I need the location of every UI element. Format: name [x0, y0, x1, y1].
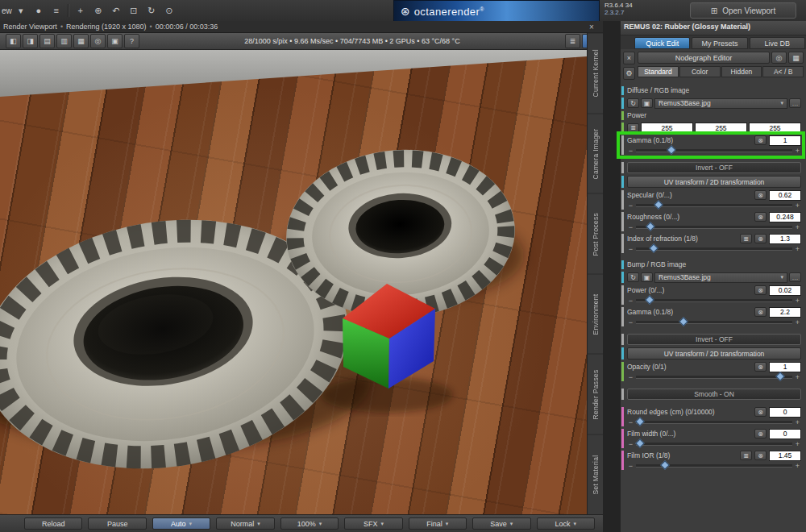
- list-icon[interactable]: ≣: [627, 123, 639, 133]
- tab-set-material[interactable]: Set Material: [588, 434, 603, 515]
- menu-icon[interactable]: ≡: [48, 3, 64, 18]
- increment-button[interactable]: +: [794, 245, 801, 253]
- chevron-down-icon[interactable]: ▾: [13, 3, 29, 18]
- record-icon[interactable]: ●: [31, 3, 47, 18]
- slider-track[interactable]: [636, 376, 792, 379]
- slider-track[interactable]: [636, 464, 792, 468]
- pan-tool-icon[interactable]: ⊕: [90, 3, 106, 18]
- tab-current-kernel[interactable]: Current Kernel: [588, 33, 603, 114]
- red-value-field[interactable]: 255: [641, 123, 693, 134]
- open-viewport-button[interactable]: ⊞ Open Viewport: [690, 2, 796, 19]
- uv-transform-header[interactable]: UV transform / 2D transformation: [627, 347, 801, 360]
- decrement-button[interactable]: −: [627, 418, 634, 426]
- node-connector-icon[interactable]: ⊗: [754, 307, 767, 317]
- slider-handle[interactable]: [645, 295, 654, 304]
- copy-render-icon[interactable]: ◨: [23, 34, 38, 48]
- grid-view-icon[interactable]: ▦: [73, 34, 89, 48]
- more-options-button[interactable]: …: [789, 272, 801, 282]
- blue-value-field[interactable]: 255: [749, 123, 801, 134]
- texture-file-dropdown[interactable]: Remus3Base.jpg ▾: [654, 272, 787, 283]
- increment-button[interactable]: +: [794, 373, 801, 381]
- invert-toggle-button[interactable]: Invert - OFF: [627, 334, 801, 345]
- gamma-value-field[interactable]: 1: [769, 135, 801, 146]
- slider-handle[interactable]: [650, 243, 659, 252]
- bump-power-value-field[interactable]: 0.02: [769, 285, 801, 296]
- decrement-button[interactable]: −: [627, 297, 634, 305]
- reload-texture-button[interactable]: ↻: [627, 98, 639, 108]
- list-icon[interactable]: ≣: [740, 234, 752, 243]
- film-ior-value-field[interactable]: 1.45: [769, 451, 801, 461]
- final-dropdown[interactable]: Final▾: [409, 517, 467, 530]
- green-value-field[interactable]: 255: [695, 123, 747, 134]
- tab-post-process[interactable]: Post Process: [588, 193, 603, 274]
- decrement-button[interactable]: −: [627, 373, 634, 381]
- auto-dropdown[interactable]: Auto▾: [152, 517, 210, 530]
- subtab-a-b[interactable]: A< / B: [762, 66, 804, 77]
- decrement-button[interactable]: −: [627, 462, 634, 470]
- lock-dropdown[interactable]: Lock▾: [537, 517, 595, 530]
- focus-target-icon[interactable]: ◎: [90, 34, 106, 48]
- decrement-button[interactable]: −: [627, 318, 634, 326]
- increment-button[interactable]: +: [794, 297, 801, 305]
- list-icon[interactable]: ≣: [740, 451, 752, 460]
- grid-icon[interactable]: ▦: [788, 52, 804, 64]
- redo-icon[interactable]: ↻: [143, 3, 160, 18]
- slider-track[interactable]: [636, 226, 792, 229]
- increment-button[interactable]: +: [794, 223, 801, 231]
- reload-texture-button[interactable]: ↻: [627, 272, 639, 282]
- slider-track[interactable]: [636, 299, 792, 302]
- increment-button[interactable]: +: [794, 462, 801, 470]
- close-icon[interactable]: ×: [587, 23, 596, 31]
- slider-track[interactable]: [636, 321, 792, 324]
- opacity-value-field[interactable]: 1: [769, 362, 801, 372]
- slider-handle[interactable]: [646, 222, 655, 231]
- material-picker-icon[interactable]: ▣: [107, 34, 123, 48]
- slider-handle[interactable]: [776, 372, 785, 380]
- list-icon[interactable]: ≣: [565, 34, 580, 48]
- bump-gamma-value-field[interactable]: 2.2: [769, 307, 801, 318]
- nodegraph-editor-button[interactable]: Nodegraph Editor: [638, 52, 770, 64]
- slider-handle[interactable]: [660, 460, 669, 469]
- octane-title-bar[interactable]: ⊛ octanerender®: [393, 0, 600, 23]
- film-width-value-field[interactable]: 0: [769, 429, 801, 439]
- decrement-button[interactable]: −: [627, 440, 634, 448]
- save-render-icon[interactable]: ◧: [6, 34, 21, 48]
- open-texture-button[interactable]: ▣: [641, 98, 653, 108]
- close-material-button[interactable]: ×: [623, 52, 635, 64]
- node-connector-icon[interactable]: ⊗: [754, 212, 767, 222]
- slider-track[interactable]: [636, 443, 792, 446]
- slider-track[interactable]: [636, 149, 792, 152]
- node-connector-icon[interactable]: ⊗: [754, 190, 767, 200]
- node-connector-icon[interactable]: ⊗: [754, 407, 767, 417]
- decrement-button[interactable]: −: [627, 202, 634, 210]
- increment-button[interactable]: +: [794, 318, 801, 326]
- save-dropdown[interactable]: Save▾: [472, 517, 530, 530]
- undo-icon[interactable]: ↶: [108, 3, 124, 18]
- slider-handle[interactable]: [679, 317, 688, 326]
- open-texture-button[interactable]: ▣: [641, 272, 653, 282]
- subtab-standard[interactable]: Standard: [638, 66, 679, 77]
- reload-button[interactable]: Reload: [24, 517, 82, 530]
- slider-handle[interactable]: [635, 417, 644, 426]
- tab-camera-imager[interactable]: Camera Imager: [588, 114, 603, 194]
- node-connector-icon[interactable]: ⊗: [754, 429, 767, 438]
- decrement-button[interactable]: −: [627, 147, 634, 155]
- increment-button[interactable]: +: [794, 418, 801, 426]
- uv-transform-header[interactable]: UV transform / 2D transformation: [627, 176, 801, 188]
- node-connector-icon[interactable]: ⊗: [754, 135, 767, 145]
- render-viewport-image[interactable]: [0, 50, 587, 514]
- decrement-button[interactable]: −: [627, 223, 634, 231]
- invert-toggle-button[interactable]: Invert - OFF: [627, 162, 801, 173]
- normal-dropdown[interactable]: Normal▾: [216, 517, 274, 530]
- slider-track[interactable]: [636, 247, 792, 251]
- target-icon[interactable]: ◎: [771, 52, 787, 64]
- region-render-icon[interactable]: ▤: [39, 34, 55, 48]
- pause-button[interactable]: Pause: [88, 517, 146, 530]
- frame-icon[interactable]: ⊡: [126, 3, 142, 18]
- node-connector-icon[interactable]: ⊗: [754, 234, 767, 243]
- node-connector-icon[interactable]: ⊗: [754, 285, 767, 295]
- subtab-color[interactable]: Color: [679, 66, 721, 77]
- tab-live-db[interactable]: Live DB: [750, 37, 805, 49]
- slider-handle[interactable]: [635, 438, 644, 447]
- tab-environment[interactable]: Environment: [588, 274, 603, 355]
